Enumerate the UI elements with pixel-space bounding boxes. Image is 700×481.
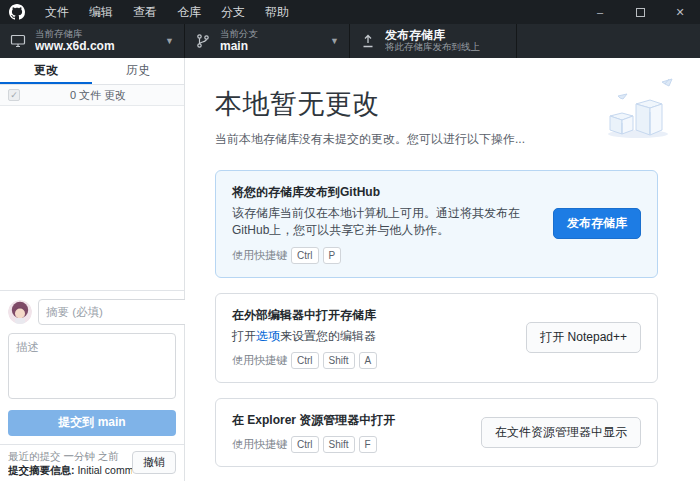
publish-repository-button[interactable]: 发布存储库	[553, 208, 641, 239]
recent-commit-summary-value: Initial commit	[77, 464, 132, 476]
menu-item-help[interactable]: 帮助	[255, 0, 299, 24]
publish-to-github-card: 将您的存储库发布到GitHub 该存储库当前仅在本地计算机上可用。通过将其发布在…	[215, 170, 658, 278]
menu-item-repository[interactable]: 仓库	[167, 0, 211, 24]
body-text: 来设置您的编辑器	[280, 329, 376, 343]
recent-commit-title: 最近的提交 一分钟 之前	[8, 449, 132, 463]
github-desktop-window: 文件 编辑 查看 仓库 分支 帮助 – ✕ 当前存储库 www.x6d.com …	[0, 0, 700, 481]
changed-files-count: 0 文件 更改	[20, 88, 176, 103]
user-avatar	[8, 300, 32, 324]
shortcut-label: 使用快捷键	[232, 353, 287, 368]
kbd-a: A	[359, 352, 378, 369]
card-title: 将您的存储库发布到GitHub	[232, 184, 541, 201]
github-logo-icon	[9, 4, 25, 20]
shortcut-hint: 使用快捷键 Ctrl Shift A	[232, 352, 514, 369]
body-text: 打开	[232, 329, 256, 343]
maximize-icon	[636, 8, 645, 17]
current-branch-dropdown[interactable]: 当前分支 main ▼	[185, 24, 350, 58]
show-in-explorer-button[interactable]: 在文件资源管理器中显示	[481, 417, 641, 448]
close-button[interactable]: ✕	[660, 0, 700, 24]
chevron-down-icon: ▼	[316, 36, 339, 46]
open-in-editor-card: 在外部编辑器中打开存储库 打开选项来设置您的编辑器 使用快捷键 Ctrl Shi…	[215, 293, 658, 383]
git-branch-icon	[195, 33, 211, 49]
current-repository-dropdown[interactable]: 当前存储库 www.x6d.com ▼	[0, 24, 185, 58]
commit-form: 提交到 main	[0, 290, 184, 444]
suggested-actions: 将您的存储库发布到GitHub 该存储库当前仅在本地计算机上可用。通过将其发布在…	[215, 170, 658, 467]
current-repository-value: www.x6d.com	[35, 40, 115, 54]
menu-item-branch[interactable]: 分支	[211, 0, 255, 24]
toolbar-empty-area	[517, 24, 700, 58]
kbd-shift: Shift	[323, 436, 355, 453]
minimize-button[interactable]: –	[580, 0, 620, 24]
menu-item-edit[interactable]: 编辑	[79, 0, 123, 24]
kbd-ctrl: Ctrl	[291, 352, 319, 369]
recent-commit-bar: 最近的提交 一分钟 之前 提交摘要信息: Initial commit 撤销	[0, 444, 184, 481]
changed-files-header: ✓ 0 文件 更改	[0, 85, 184, 106]
chevron-down-icon: ▼	[151, 36, 174, 46]
current-repository-label: 当前存储库	[35, 29, 115, 40]
open-in-explorer-card: 在 Explorer 资源管理器中打开 使用快捷键 Ctrl Shift F 在…	[215, 398, 658, 467]
undo-button[interactable]: 撤销	[132, 451, 176, 474]
window-controls: – ✕	[580, 0, 700, 24]
kbd-p: P	[323, 247, 342, 264]
menu-item-file[interactable]: 文件	[35, 0, 79, 24]
monitor-icon	[10, 33, 26, 49]
changes-list-empty	[0, 106, 184, 290]
kbd-ctrl: Ctrl	[291, 247, 319, 264]
publish-repository-toolbar-button[interactable]: 发布存储库 将此存储库发布到线上	[350, 24, 517, 58]
shortcut-label: 使用快捷键	[232, 248, 287, 263]
card-body: 打开选项来设置您的编辑器	[232, 328, 514, 345]
menubar: 文件 编辑 查看 仓库 分支 帮助	[35, 0, 299, 24]
card-title: 在外部编辑器中打开存储库	[232, 307, 514, 324]
recent-commit-summary: 提交摘要信息: Initial commit	[8, 463, 132, 477]
tab-changes[interactable]: 更改	[0, 58, 92, 84]
boxes-illustration	[596, 78, 684, 143]
card-body: 该存储库当前仅在本地计算机上可用。通过将其发布在GitHub上，您可以共享它并与…	[232, 205, 541, 240]
kbd-shift: Shift	[323, 352, 355, 369]
sidebar-tabbar: 更改 历史	[0, 58, 184, 85]
commit-summary-input[interactable]	[38, 299, 208, 325]
publish-repository-title: 发布存储库	[385, 29, 480, 43]
recent-commit-summary-label: 提交摘要信息:	[8, 464, 75, 476]
publish-repository-subtitle: 将此存储库发布到线上	[385, 42, 480, 53]
open-notepad-button[interactable]: 打开 Notepad++	[526, 322, 641, 353]
upload-arrow-icon	[360, 33, 376, 49]
commit-description-textarea[interactable]	[8, 333, 176, 399]
current-branch-label: 当前分支	[220, 29, 258, 40]
menu-item-view[interactable]: 查看	[123, 0, 167, 24]
maximize-button[interactable]	[620, 0, 660, 24]
shortcut-label: 使用快捷键	[232, 437, 287, 452]
current-branch-value: main	[220, 40, 258, 54]
tab-history[interactable]: 历史	[92, 58, 184, 84]
select-all-checkbox[interactable]: ✓	[8, 89, 20, 101]
toolbar: 当前存储库 www.x6d.com ▼ 当前分支 main ▼ 发布存储库 将此…	[0, 24, 700, 58]
commit-to-main-button[interactable]: 提交到 main	[8, 410, 176, 436]
kbd-f: F	[359, 436, 377, 453]
shortcut-hint: 使用快捷键 Ctrl Shift F	[232, 436, 469, 453]
options-link[interactable]: 选项	[256, 329, 280, 343]
shortcut-hint: 使用快捷键 Ctrl P	[232, 247, 541, 264]
titlebar: 文件 编辑 查看 仓库 分支 帮助 – ✕	[0, 0, 700, 24]
kbd-ctrl: Ctrl	[291, 436, 319, 453]
sidebar: 更改 历史 ✓ 0 文件 更改 提交到 main	[0, 58, 185, 481]
main-content: 本地暂无更改 当前本地存储库没有未提交的更改。您可以进行以下操作... 将您的存…	[185, 58, 700, 481]
card-title: 在 Explorer 资源管理器中打开	[232, 412, 469, 429]
